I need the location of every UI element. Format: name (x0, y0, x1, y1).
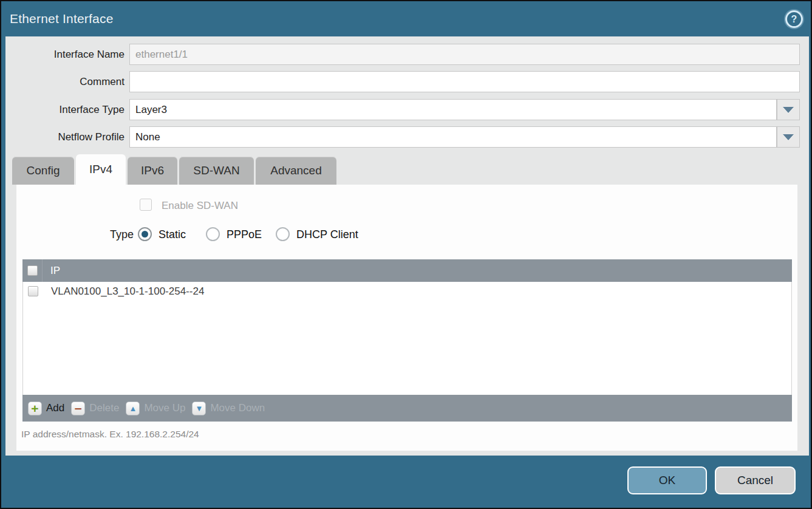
tab-sd-wan[interactable]: SD-WAN (179, 157, 254, 185)
dialog-titlebar: Ethernet Interface ? (1, 1, 811, 36)
ip-format-hint: IP address/netmask. Ex. 192.168.2.254/24 (21, 429, 199, 440)
delete-button-label: Delete (89, 402, 119, 414)
netflow-profile-dropdown-button[interactable] (777, 126, 800, 148)
chevron-down-icon (783, 107, 794, 113)
enable-sdwan-checkbox (140, 199, 152, 211)
radio-static-label[interactable]: Static (159, 228, 186, 242)
chevron-down-icon (783, 134, 794, 140)
interface-type-value[interactable]: Layer3 (129, 99, 777, 120)
radio-pppoe-label[interactable]: PPPoE (227, 228, 262, 242)
move-up-button-label: Move Up (144, 402, 185, 414)
netflow-profile-value[interactable]: None (129, 126, 777, 148)
interface-type-dropdown-button[interactable] (777, 99, 800, 120)
move-down-button: ▼ Move Down (192, 401, 265, 415)
plus-icon: + (28, 401, 42, 415)
ip-table-toolbar: + Add − Delete ▲ Move Up ▼ Move Down (22, 395, 792, 422)
interface-name-label: Interface Name (5, 44, 125, 65)
dialog-content: Interface Name Comment Interface Type La… (5, 36, 809, 456)
ip-table-body: VLAN0100_L3_10-1-100-254--24 (22, 282, 792, 395)
tab-bar: Config IPv4 IPv6 SD-WAN Advanced (12, 154, 336, 185)
radio-pppoe[interactable] (206, 227, 220, 241)
add-button[interactable]: + Add (28, 401, 64, 415)
select-all-checkbox[interactable] (27, 265, 38, 276)
move-up-button: ▲ Move Up (126, 401, 185, 415)
netflow-profile-label: Netflow Profile (5, 126, 125, 148)
minus-icon: − (71, 401, 85, 415)
tab-advanced[interactable]: Advanced (256, 157, 336, 185)
radio-dhcp-client-label[interactable]: DHCP Client (296, 228, 358, 242)
move-down-button-label: Move Down (210, 402, 265, 414)
interface-type-label: Interface Type (5, 99, 125, 120)
help-icon[interactable]: ? (785, 10, 803, 28)
ip-table: IP VLAN0100_L3_10-1-100-254--24 + Add (22, 259, 792, 422)
table-row[interactable]: VLAN0100_L3_10-1-100-254--24 (23, 282, 791, 301)
delete-button: − Delete (71, 401, 119, 415)
arrow-up-icon: ▲ (126, 401, 140, 415)
tab-ipv4[interactable]: IPv4 (76, 154, 126, 185)
add-button-label: Add (46, 402, 64, 414)
ip-table-header: IP (22, 259, 792, 282)
row-checkbox[interactable] (28, 286, 38, 296)
header-checkbox-cell (22, 259, 43, 282)
radio-dhcp-client[interactable] (276, 227, 290, 241)
enable-sdwan-label: Enable SD-WAN (162, 199, 238, 212)
dialog-title: Ethernet Interface (10, 1, 114, 36)
ethernet-interface-dialog: Ethernet Interface ? Interface Name Comm… (0, 0, 812, 509)
tab-config[interactable]: Config (12, 157, 74, 185)
interface-name-input (129, 44, 800, 65)
cancel-button[interactable]: Cancel (715, 466, 796, 494)
row-checkbox-cell (23, 286, 43, 296)
comment-label: Comment (5, 71, 125, 92)
type-label: Type (88, 228, 134, 242)
radio-static[interactable] (138, 227, 152, 241)
ip-column-header: IP (43, 265, 60, 277)
ipv4-tab-panel: Enable SD-WAN Type Static PPPoE DHCP Cli… (16, 185, 797, 451)
ok-button[interactable]: OK (627, 466, 707, 494)
arrow-down-icon: ▼ (192, 401, 206, 415)
tab-ipv6[interactable]: IPv6 (128, 157, 177, 185)
ip-value[interactable]: VLAN0100_L3_10-1-100-254--24 (43, 285, 204, 298)
comment-input[interactable] (129, 71, 800, 92)
